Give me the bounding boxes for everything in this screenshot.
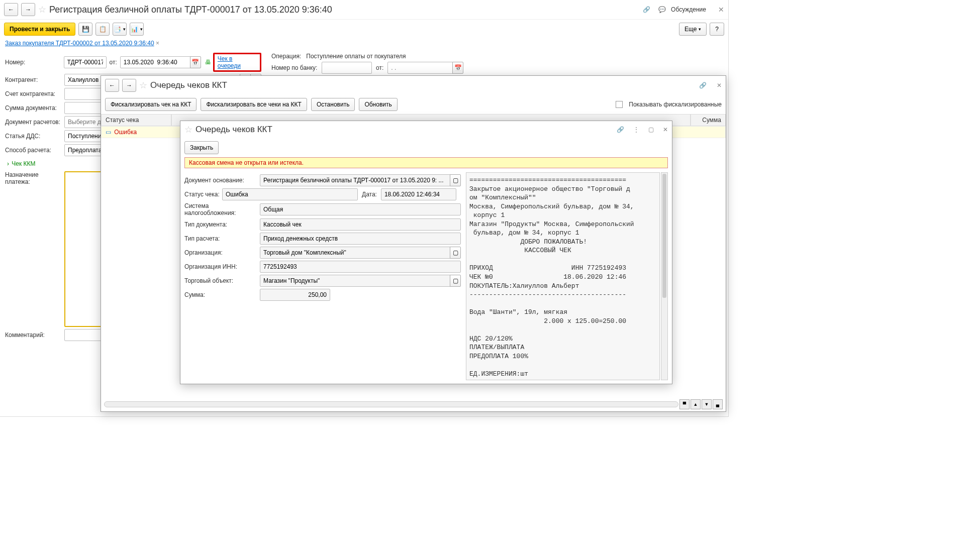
label-doc-type: Тип документа: bbox=[184, 221, 260, 228]
label-purpose: Назначение платежа: bbox=[5, 171, 64, 185]
check-queue-link[interactable]: Чек в очереди bbox=[218, 55, 241, 69]
label-date: Дата: bbox=[362, 191, 377, 198]
label-tax: Система налогообложения: bbox=[184, 202, 260, 216]
error-bar: Кассовая смена не открыта или истекла. bbox=[184, 157, 668, 168]
scroll-down-button[interactable]: ▼ bbox=[702, 399, 712, 409]
page-title: Регистрация безличной оплаты ТДРТ-000017… bbox=[49, 5, 332, 15]
label-org: Организация: bbox=[184, 249, 260, 256]
calc-type-input bbox=[260, 233, 461, 245]
calendar-icon[interactable]: 📅 bbox=[452, 62, 463, 74]
row-status: Ошибка bbox=[114, 129, 137, 136]
open-icon[interactable]: ▢ bbox=[450, 275, 461, 287]
trade-input[interactable] bbox=[260, 275, 450, 287]
label-operation: Операция: bbox=[271, 53, 301, 60]
queue-title: Очередь чеков ККТ bbox=[150, 80, 227, 90]
purpose-input[interactable] bbox=[64, 171, 105, 327]
doc-base-input[interactable] bbox=[260, 174, 450, 186]
nav-back-button[interactable]: ← bbox=[105, 79, 119, 92]
number-input[interactable] bbox=[64, 56, 107, 68]
label-doc-base: Документ основание: bbox=[184, 177, 260, 184]
date-input bbox=[381, 188, 456, 200]
report-button[interactable]: 📊 bbox=[130, 23, 144, 36]
org-input[interactable] bbox=[260, 247, 450, 259]
print-icon[interactable]: 🖶 bbox=[205, 59, 211, 66]
col-sum[interactable]: Сумма bbox=[691, 114, 726, 126]
doc-type-input bbox=[260, 218, 461, 231]
close-icon[interactable]: ✕ bbox=[718, 6, 724, 14]
doc-sum-input[interactable] bbox=[64, 102, 105, 114]
stop-button[interactable]: Остановить bbox=[311, 98, 355, 111]
fiscalize-all-button[interactable]: Фискализировать все чеки на ККТ bbox=[201, 98, 307, 111]
refresh-button[interactable]: Обновить bbox=[359, 98, 397, 111]
chevron-right-icon: › bbox=[7, 160, 9, 167]
h-scrollbar[interactable] bbox=[104, 401, 678, 407]
bank-date-input[interactable] bbox=[387, 62, 453, 74]
favorite-star-icon[interactable]: ☆ bbox=[38, 4, 46, 15]
sum-input bbox=[260, 289, 330, 301]
col-status[interactable]: Статус чека bbox=[101, 114, 171, 126]
discuss-icon[interactable]: 💬 bbox=[658, 6, 666, 13]
receipt-preview: ========================================… bbox=[466, 172, 660, 380]
order-link[interactable]: Заказ покупателя ТДРТ-000002 от 13.05.20… bbox=[5, 40, 154, 47]
save-button[interactable]: 💾 bbox=[78, 23, 92, 36]
more-button[interactable]: Еще bbox=[679, 23, 707, 36]
discuss-label[interactable]: Обсуждение bbox=[671, 6, 706, 13]
label-sum: Сумма: bbox=[184, 291, 260, 298]
favorite-star-icon[interactable]: ☆ bbox=[139, 80, 147, 91]
label-number: Номер: bbox=[5, 59, 64, 66]
close-icon[interactable]: ✕ bbox=[663, 126, 668, 133]
label-doc-calc: Документ расчетов: bbox=[5, 119, 64, 126]
nav-back-button[interactable]: ← bbox=[4, 3, 18, 16]
doc-calc-input[interactable] bbox=[64, 116, 105, 128]
close-button[interactable]: Закрыть bbox=[184, 141, 219, 154]
close-icon[interactable]: ✕ bbox=[717, 82, 722, 89]
help-button[interactable]: ? bbox=[710, 23, 724, 36]
order-link-close[interactable]: × bbox=[156, 40, 159, 47]
label-comment: Комментарий: bbox=[5, 331, 64, 339]
v-scrollbar[interactable] bbox=[661, 172, 668, 380]
post-button[interactable]: 📋 bbox=[95, 23, 110, 36]
scroll-up-button[interactable]: ▲ bbox=[691, 399, 701, 409]
detail-title: Очередь чеков ККТ bbox=[195, 125, 272, 135]
fiscalize-one-button[interactable]: Фискализировать чек на ККТ bbox=[105, 98, 197, 111]
more-menu-icon[interactable]: ⋮ bbox=[633, 126, 639, 133]
operation-value: Поступление оплаты от покупателя bbox=[306, 53, 406, 60]
comment-input[interactable] bbox=[64, 329, 105, 341]
label-inn: Организация ИНН: bbox=[184, 263, 260, 270]
label-pay-method: Способ расчета: bbox=[5, 147, 64, 154]
show-fiscalized-checkbox[interactable] bbox=[616, 101, 623, 108]
date-input[interactable] bbox=[120, 56, 190, 68]
create-based-button[interactable]: 📑 bbox=[113, 23, 127, 36]
label-bank-no: Номер по банку: bbox=[271, 64, 322, 71]
label-status: Статус чека: bbox=[184, 191, 222, 198]
label-doc-sum: Сумма документа: bbox=[5, 104, 64, 112]
calendar-icon[interactable]: 📅 bbox=[190, 56, 201, 68]
status-input bbox=[222, 188, 358, 200]
label-calc-type: Тип расчета: bbox=[184, 235, 260, 242]
scroll-top-button[interactable]: ▀ bbox=[679, 399, 690, 409]
pay-method-input[interactable] bbox=[64, 144, 105, 156]
tax-input bbox=[260, 203, 461, 215]
maximize-icon[interactable]: ▢ bbox=[648, 126, 654, 133]
kkm-link[interactable]: Чек ККМ bbox=[12, 160, 35, 167]
dds-input[interactable] bbox=[64, 130, 105, 142]
row-icon: ▭ bbox=[106, 129, 111, 136]
label-trade: Торговый объект: bbox=[184, 277, 260, 284]
link-icon[interactable]: 🔗 bbox=[617, 126, 624, 133]
open-icon[interactable]: ▢ bbox=[450, 247, 461, 259]
label-counterparty: Контрагент: bbox=[5, 76, 64, 83]
nav-forward-button[interactable]: → bbox=[21, 3, 35, 16]
scroll-bottom-button[interactable]: ▄ bbox=[713, 399, 723, 409]
show-fiscalized-label: Показывать фискализированные bbox=[629, 101, 722, 108]
post-and-close-button[interactable]: Провести и закрыть bbox=[4, 23, 75, 36]
nav-forward-button[interactable]: → bbox=[122, 79, 136, 92]
label-from: от: bbox=[110, 59, 117, 66]
bank-no-input[interactable] bbox=[322, 62, 372, 74]
favorite-star-icon[interactable]: ☆ bbox=[184, 124, 192, 135]
label-dds: Статья ДДС: bbox=[5, 133, 64, 140]
inn-input bbox=[260, 261, 461, 273]
link-icon[interactable]: 🔗 bbox=[643, 6, 650, 13]
open-icon[interactable]: ▢ bbox=[450, 174, 461, 186]
link-icon[interactable]: 🔗 bbox=[699, 82, 707, 89]
label-account: Счет контрагента: bbox=[5, 90, 64, 97]
